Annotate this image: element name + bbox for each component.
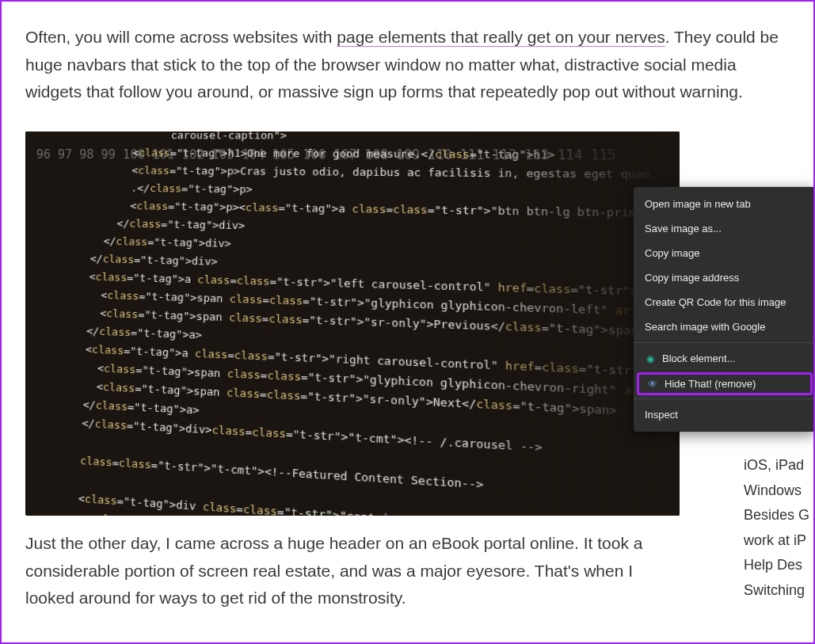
code-screenshot[interactable]: 96 97 98 99 100 101 102 103 104 105 106 … bbox=[25, 131, 680, 516]
ctx-copy-image[interactable]: Copy image bbox=[634, 241, 815, 265]
ctx-search-image-google[interactable]: Search image with Google bbox=[634, 314, 815, 339]
shield-icon: ◉ bbox=[645, 353, 656, 364]
ctx-separator-1 bbox=[634, 342, 815, 343]
ctx-separator-2 bbox=[634, 398, 815, 399]
ctx-open-image-new-tab[interactable]: Open image in new tab bbox=[634, 192, 815, 216]
hero-image-wrap: 96 97 98 99 100 101 102 103 104 105 106 … bbox=[25, 131, 680, 516]
ctx-copy-image-address[interactable]: Copy image address bbox=[634, 265, 815, 290]
intro-paragraph: Often, you will come across websites wit… bbox=[25, 24, 790, 106]
eye-off-icon: 👁 bbox=[647, 379, 658, 390]
ctx-save-image-as[interactable]: Save image as... bbox=[634, 216, 815, 241]
ctx-hide-that[interactable]: 👁 Hide That! (remove) bbox=[637, 372, 813, 395]
ctx-inspect[interactable]: Inspect bbox=[634, 402, 815, 427]
ctx-create-qr-code[interactable]: Create QR Code for this image bbox=[634, 290, 815, 314]
article-second-paragraph: Just the other day, I came across a huge… bbox=[2, 530, 699, 612]
context-menu: Open image in new tab Save image as... C… bbox=[634, 187, 815, 432]
sidebar-snippet: iOS, iPad Windows Besides G work at iP H… bbox=[744, 453, 815, 603]
intro-link[interactable]: page elements that really get on your ne… bbox=[337, 28, 665, 47]
ctx-block-element[interactable]: ◉ Block element... bbox=[634, 346, 815, 371]
intro-text-before: Often, you will come across websites wit… bbox=[25, 28, 337, 46]
